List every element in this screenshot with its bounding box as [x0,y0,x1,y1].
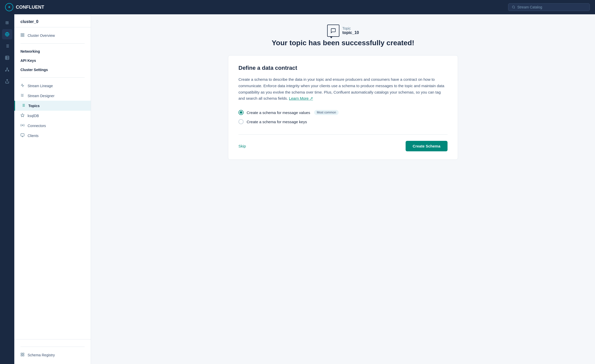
svg-rect-27 [23,353,24,354]
main-layout: ⊞ c [0,14,595,364]
svg-point-11 [8,71,9,71]
cluster-name: cluster_0 [14,14,91,27]
clients-icon [20,133,25,138]
sidebar-icon-table[interactable] [2,53,12,63]
stream-designer-icon [20,93,25,98]
sidebar-item-connectors[interactable]: Connectors [14,121,91,131]
stream-catalog-search[interactable] [508,3,590,11]
sidebar-item-cluster-settings[interactable]: Cluster Settings [14,65,91,74]
svg-rect-29 [21,355,22,356]
sidebar-icon-network[interactable] [2,64,12,75]
sidebar-item-label: Stream Lineage [28,84,53,88]
sidebar-item-schema-registry[interactable]: Schema Registry [14,350,91,360]
topic-meta: Topic topic_10 [342,26,359,35]
sidebar-item-cluster-overview[interactable]: Cluster Overview [14,30,91,40]
sidebar-divider-3 [20,347,85,347]
connectors-icon [20,123,25,128]
sidebar-item-label: Schema Registry [28,353,55,357]
sidebar-item-label: Cluster Settings [20,68,48,72]
schema-radio-group: Create a schema for message values Most … [238,110,448,124]
radio-label-keys: Create a schema for message keys [247,120,307,124]
svg-rect-8 [5,56,9,60]
logo-text: CONFLUENT [16,5,44,10]
card-description: Create a schema to describe the data in … [238,76,448,102]
sidebar-item-label: Clients [28,134,39,138]
sidebar-icon-globe[interactable] [2,29,12,39]
search-icon [512,5,515,9]
ksqldb-icon [20,113,25,118]
logo-icon: ✦ [5,3,13,11]
sidebar-item-networking[interactable]: Networking [14,47,91,56]
sidebar-item-clients[interactable]: Clients [14,131,91,141]
stream-catalog-input[interactable] [517,5,586,9]
svg-point-10 [5,71,6,71]
svg-rect-26 [21,353,22,354]
external-link-icon: ↗ [310,96,313,100]
sidebar-bottom: Schema Registry [14,339,91,364]
topic-success-message: Your topic has been successfully created… [272,39,414,47]
sidebar-item-stream-lineage[interactable]: Stream Lineage [14,81,91,91]
sidebar-item-topics[interactable]: Topics [14,101,91,111]
topic-type-label: Topic [342,26,359,30]
svg-rect-28 [23,355,24,356]
svg-rect-25 [21,134,24,136]
svg-rect-13 [21,33,22,35]
sidebar-item-label: Topics [28,104,40,108]
sidebar-icon-grid[interactable]: ⊞ [2,17,12,28]
sidebar-icon-share[interactable] [2,76,12,86]
most-common-badge: Most common [314,110,338,115]
svg-point-9 [7,68,7,69]
sidebar-item-ksqldb[interactable]: ksqlDB [14,111,91,121]
sidebar-item-label: Connectors [28,124,46,128]
radio-circle-values [238,110,244,115]
stream-lineage-icon [20,83,25,88]
sidebar-item-label: Stream Designer [28,94,54,98]
sidebar-icon-list[interactable] [2,41,12,51]
svg-rect-16 [21,35,22,37]
topic-icon-container: Topic topic_10 [327,25,359,37]
data-contract-card: Define a data contract Create a schema t… [228,55,458,160]
topics-icon [21,103,25,108]
icon-sidebar: ⊞ [0,14,14,364]
svg-rect-14 [23,33,24,35]
logo: ✦ CONFLUENT [5,3,44,11]
card-title: Define a data contract [238,65,448,71]
svg-point-24 [22,125,23,126]
sidebar-item-label: ksqlDB [28,114,39,118]
sidebar-item-stream-designer[interactable]: Stream Designer [14,91,91,101]
topic-name-label: topic_10 [342,30,359,35]
sidebar-navigation: Cluster Overview Networking API Keys Clu… [14,27,91,339]
main-content: Topic topic_10 Your topic has been succe… [91,14,595,364]
topic-chat-icon [327,25,339,37]
svg-point-0 [512,6,515,8]
sidebar-item-api-keys[interactable]: API Keys [14,56,91,65]
create-schema-button[interactable]: Create Schema [406,141,448,151]
topic-success-header: Topic topic_10 Your topic has been succe… [101,25,585,47]
radio-label-values: Create a schema for message values [247,110,310,115]
cluster-overview-icon [20,33,25,38]
learn-more-link[interactable]: Learn More ↗ [289,96,313,100]
skip-button[interactable]: Skip [238,142,246,150]
sidebar-item-label: Cluster Overview [28,33,55,38]
sidebar-divider-2 [20,77,85,78]
top-navigation: ✦ CONFLUENT [0,0,595,14]
schema-registry-icon [20,352,25,357]
left-sidebar: cluster_0 Cluster Overview Networking AP… [14,14,91,364]
card-footer: Skip Create Schema [238,134,448,151]
radio-option-message-values[interactable]: Create a schema for message values Most … [238,110,448,115]
sidebar-item-label: Networking [20,49,40,53]
svg-marker-23 [21,113,24,117]
radio-option-message-keys[interactable]: Create a schema for message keys [238,119,448,124]
svg-rect-15 [23,35,24,37]
radio-circle-keys [238,119,244,124]
sidebar-item-label: API Keys [20,59,36,63]
sidebar-divider-1 [20,43,85,44]
